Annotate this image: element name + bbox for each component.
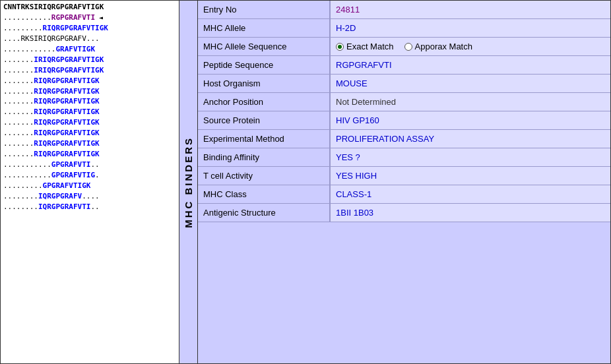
- mhc-label: MHC BINDERS: [179, 1, 197, 363]
- row-label: Entry No: [198, 1, 330, 19]
- info-row: Entry No24811: [198, 1, 610, 19]
- row-label: MHC Allele Sequence: [198, 38, 330, 56]
- info-row: MHC AlleleH-2D: [198, 19, 610, 38]
- info-row: Anchor PositionNot Determined: [198, 93, 610, 111]
- sequence-line: ........IQRGPGRAFVTI..: [3, 202, 195, 212]
- sequence-line: ...........GPGRAFVTI..: [3, 160, 195, 170]
- sequence-line: ........IQRGPGRAFV....: [3, 191, 195, 202]
- radio-group[interactable]: Exact MatchApporax Match: [336, 42, 605, 51]
- sequence-line: .......RIQRGPGRAFVTIGK: [3, 138, 195, 149]
- row-label: Binding Affinity: [198, 148, 330, 167]
- row-value: H-2D: [330, 19, 610, 38]
- sequence-line: .......IRIQRGPGRAFVTIGK: [3, 65, 195, 76]
- info-row: Peptide SequenceRGPGRAFVTI: [198, 56, 610, 75]
- sequence-line: .......IRIQRGPGRAFVTIGK: [3, 55, 195, 65]
- row-value: YES ?: [330, 148, 610, 167]
- row-value: HIV GP160: [330, 111, 610, 130]
- sequence-line: .........RIQRGPGRAFVTIGK: [3, 23, 195, 34]
- radio-option-label: Apporax Match: [415, 42, 472, 51]
- row-value: RGPGRAFVTI: [330, 56, 610, 75]
- sequence-line: ...........GPGRAFVTIG.: [3, 170, 195, 181]
- right-panel: Entry No24811MHC AlleleH-2DMHC Allele Se…: [198, 0, 611, 364]
- sequence-line: .......RIQRGPGRAFVTIGK: [3, 149, 195, 160]
- info-row: MHC ClassCLASS-1: [198, 185, 610, 204]
- row-label: Peptide Sequence: [198, 56, 330, 75]
- info-row: Host OrganismMOUSE: [198, 75, 610, 93]
- row-label: T cell Activity: [198, 167, 330, 185]
- row-label: MHC Class: [198, 185, 330, 204]
- row-value: YES HIGH: [330, 167, 610, 185]
- sequence-line: .......RIQRGPGRAFVTIGK: [3, 96, 195, 107]
- info-table: Entry No24811MHC AlleleH-2DMHC Allele Se…: [198, 1, 610, 222]
- radio-option-label: Exact Match: [346, 42, 394, 51]
- sequence-line: .......RIQRGPGRAFVTIGK: [3, 128, 195, 138]
- left-panel: CNNTRKSIRIQRGPGRAFVTIGK...........RGPGRA…: [0, 0, 198, 364]
- sequence-line: .......RIQRGPGRAFVTIGK: [3, 107, 195, 117]
- radio-selected-dot[interactable]: [336, 43, 344, 51]
- info-row: Antigenic Structure1BII 1B03: [198, 204, 610, 222]
- row-value: MOUSE: [330, 75, 610, 93]
- info-row: Source ProteinHIV GP160: [198, 111, 610, 130]
- sequence-line: ...........RGPGRAFVTI ◄: [3, 13, 195, 23]
- row-value: Not Determined: [330, 93, 610, 111]
- row-label: Anchor Position: [198, 93, 330, 111]
- row-label: Experimental Method: [198, 130, 330, 148]
- sequence-line: .......RIQRGPGRAFVTIGK: [3, 117, 195, 128]
- sequence-line: .......RIQRGPGRAFVTIGK: [3, 86, 195, 97]
- row-value: PROLIFERATION ASSAY: [330, 130, 610, 148]
- sequence-list: CNNTRKSIRIQRGPGRAFVTIGK...........RGPGRA…: [1, 1, 197, 214]
- row-value: 24811: [330, 1, 610, 19]
- row-value: CLASS-1: [330, 185, 610, 204]
- info-row: T cell ActivityYES HIGH: [198, 167, 610, 185]
- radio-item[interactable]: Exact Match: [336, 42, 394, 51]
- info-row: MHC Allele SequenceExact MatchApporax Ma…: [198, 38, 610, 56]
- mhc-binders-text: MHC BINDERS: [183, 136, 194, 228]
- row-label: MHC Allele: [198, 19, 330, 38]
- info-row: Binding AffinityYES ?: [198, 148, 610, 167]
- row-value: 1BII 1B03: [330, 204, 610, 222]
- sequence-line: .......RIQRGPGRAFVTIGK: [3, 76, 195, 86]
- sequence-line: ....RKSIRIQRGPGRAFV...: [3, 34, 195, 44]
- row-value[interactable]: Exact MatchApporax Match: [330, 38, 610, 56]
- info-row: Experimental MethodPROLIFERATION ASSAY: [198, 130, 610, 148]
- sequence-line: .........GPGRAFVTIGK: [3, 181, 195, 191]
- sequence-line: CNNTRKSIRIQRGPGRAFVTIGK: [3, 2, 195, 13]
- row-label: Antigenic Structure: [198, 204, 330, 222]
- row-label: Source Protein: [198, 111, 330, 130]
- radio-dot[interactable]: [404, 43, 412, 51]
- sequence-line: ............GRAFVTIGK: [3, 44, 195, 55]
- radio-item[interactable]: Apporax Match: [404, 42, 472, 51]
- row-label: Host Organism: [198, 75, 330, 93]
